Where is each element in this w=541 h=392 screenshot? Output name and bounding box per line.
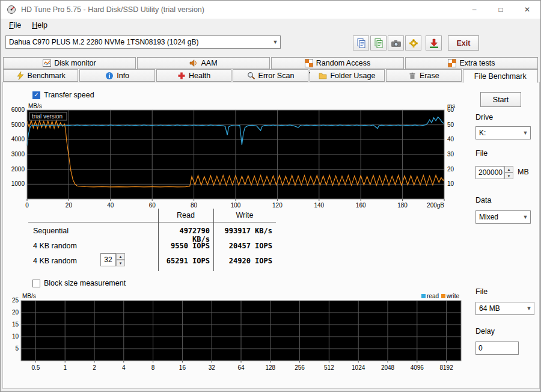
random-qd-write-value: 24920 IOPS <box>213 257 274 265</box>
menubar: File Help <box>1 19 540 32</box>
target-drive-select[interactable]: K: ▼ <box>475 126 531 139</box>
svg-text:128: 128 <box>265 364 275 371</box>
random-write-value: 20457 IOPS <box>213 242 274 250</box>
minimize-button[interactable]: – <box>461 1 488 19</box>
save-button[interactable] <box>426 35 442 51</box>
copy-results-button[interactable] <box>353 35 369 51</box>
spinner-up-button[interactable]: ▲ <box>504 166 513 173</box>
tab-label: Disk monitor <box>54 59 96 67</box>
row-label-sequential: Sequential <box>33 227 69 235</box>
svg-text:read: read <box>427 293 439 299</box>
svg-text:4: 4 <box>122 364 126 371</box>
spinner-down-button[interactable]: ▼ <box>504 173 513 179</box>
tab-row-1: Disk monitor AAM Random Access Extra tes… <box>2 57 539 69</box>
disk-monitor-icon <box>43 59 51 67</box>
transfer-speed-label: Transfer speed <box>44 91 94 99</box>
svg-text:50: 50 <box>447 121 454 128</box>
titlebar: HD Tune Pro 5.75 - Hard Disk/SSD Utility… <box>1 1 540 19</box>
svg-text:25: 25 <box>12 297 19 304</box>
svg-text:256: 256 <box>295 364 305 371</box>
svg-text:4096: 4096 <box>411 364 424 371</box>
file-size-spinner[interactable]: 200000 ▲▼ <box>475 166 513 179</box>
screenshot-button[interactable] <box>388 35 404 51</box>
app-icon <box>7 5 16 14</box>
maximize-button[interactable]: □ <box>488 1 514 19</box>
tab-extra-tests[interactable]: Extra tests <box>405 57 538 69</box>
tab-label: Benchmark <box>28 72 66 80</box>
exit-button[interactable]: Exit <box>448 35 479 51</box>
svg-text:100: 100 <box>231 202 241 209</box>
folder-usage-icon <box>319 72 327 80</box>
transfer-speed-checkbox[interactable] <box>32 91 40 99</box>
menu-file[interactable]: File <box>4 20 26 31</box>
data-label: Data <box>475 196 491 204</box>
drive-selector[interactable]: Dahua C970 PLUS M.2 2280 NVMe 1TSN08193 … <box>5 35 281 49</box>
target-drive-value: K: <box>476 129 521 137</box>
tab-random-access[interactable]: Random Access <box>271 57 404 69</box>
svg-text:1000: 1000 <box>11 180 25 187</box>
table-divider <box>28 222 276 222</box>
file-size-label: File <box>475 149 488 158</box>
random-read-value: 9550 IOPS <box>158 242 211 250</box>
data-pattern-select[interactable]: Mixed ▼ <box>475 210 531 224</box>
svg-text:10: 10 <box>12 333 19 340</box>
svg-text:200gB: 200gB <box>427 202 444 209</box>
svg-text:80: 80 <box>191 202 198 209</box>
svg-text:0.5: 0.5 <box>31 364 40 371</box>
minimize-icon: – <box>472 5 477 14</box>
options-button[interactable] <box>405 35 421 51</box>
drive-selector-value: Dahua C970 PLUS M.2 2280 NVMe 1TSN08193 … <box>6 38 270 46</box>
window-controls: – □ ✕ <box>461 1 540 19</box>
extra-tests-icon <box>448 59 456 67</box>
svg-text:160: 160 <box>356 202 366 209</box>
sequential-read-value: 4972790 KB/s <box>158 227 211 243</box>
tab-error-scan[interactable]: Error Scan <box>233 69 308 82</box>
tab-health[interactable]: Health <box>156 69 231 82</box>
svg-text:30: 30 <box>447 151 454 158</box>
delay-label: Delay <box>475 327 495 335</box>
tab-benchmark[interactable]: Benchmark <box>3 69 78 82</box>
svg-text:4000: 4000 <box>11 136 25 142</box>
tab-aam[interactable]: AAM <box>137 57 270 69</box>
block-file-label: File <box>475 287 488 296</box>
block-size-checkbox[interactable] <box>32 280 40 287</box>
svg-text:512: 512 <box>324 364 334 371</box>
block-file-size-select[interactable]: 64 MB ▼ <box>475 302 534 315</box>
chevron-down-icon: ▼ <box>270 39 280 45</box>
svg-text:3000: 3000 <box>11 151 25 158</box>
svg-text:1: 1 <box>63 364 67 371</box>
svg-text:ms: ms <box>447 103 455 109</box>
random-access-icon <box>305 59 313 67</box>
copy-text-button[interactable] <box>370 35 387 51</box>
tab-label: Error Scan <box>258 72 295 80</box>
spinner-up-button[interactable]: ▲ <box>116 253 125 260</box>
app-window: HD Tune Pro 5.75 - Hard Disk/SSD Utility… <box>0 0 541 392</box>
tab-label: Info <box>117 72 129 80</box>
svg-text:1024: 1024 <box>352 364 365 371</box>
tab-label: Extra tests <box>459 59 495 67</box>
block-file-size-value: 64 MB <box>476 304 524 313</box>
tab-file-benchmark[interactable]: File Benchmark <box>463 69 538 83</box>
data-pattern-value: Mixed <box>476 213 521 221</box>
svg-text:0: 0 <box>25 202 29 209</box>
svg-text:10: 10 <box>447 180 454 187</box>
svg-text:20: 20 <box>12 309 19 316</box>
tab-folder-usage[interactable]: Folder Usage <box>310 69 385 82</box>
svg-text:2: 2 <box>93 364 96 371</box>
error-scan-icon <box>247 72 255 80</box>
svg-text:140: 140 <box>314 202 324 209</box>
delay-input[interactable] <box>475 341 519 355</box>
tab-info[interactable]: Info <box>79 69 154 82</box>
menu-help[interactable]: Help <box>27 20 52 31</box>
tab-label: Erase <box>420 72 439 80</box>
svg-text:180: 180 <box>397 202 408 209</box>
spinner-down-button[interactable]: ▼ <box>116 260 125 266</box>
close-button[interactable]: ✕ <box>514 1 540 19</box>
tab-erase[interactable]: Erase <box>386 69 461 82</box>
svg-text:32: 32 <box>209 364 216 371</box>
window-title: HD Tune Pro 5.75 - Hard Disk/SSD Utility… <box>21 5 204 14</box>
tab-disk-monitor[interactable]: Disk monitor <box>3 57 136 69</box>
start-button[interactable]: Start <box>480 92 521 107</box>
svg-text:write: write <box>446 293 460 299</box>
queue-depth-spinner[interactable]: 32 ▲▼ <box>100 253 125 266</box>
